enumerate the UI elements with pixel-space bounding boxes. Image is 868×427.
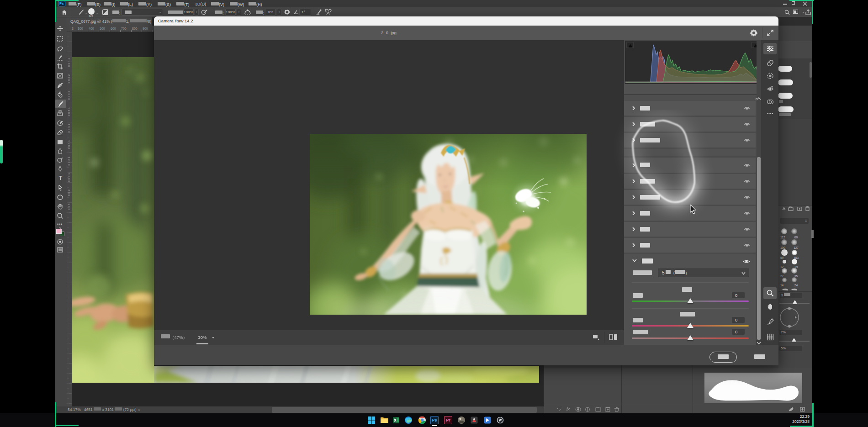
svg-text:fx: fx	[566, 407, 570, 411]
